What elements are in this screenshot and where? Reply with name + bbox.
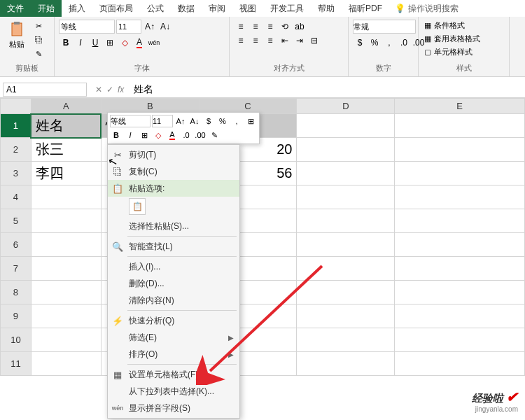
align-bottom-button[interactable]: ≡	[263, 20, 277, 34]
tab-view[interactable]: 视图	[232, 0, 263, 17]
tab-insert[interactable]: 插入	[62, 0, 92, 17]
cm-filter[interactable]: 筛选(E)▶	[108, 329, 239, 346]
cell-e9[interactable]	[395, 304, 525, 328]
row-header-10[interactable]: 10	[1, 328, 31, 352]
phonetic-button[interactable]: wén	[147, 36, 161, 50]
tab-formulas[interactable]: 公式	[140, 0, 171, 17]
increase-indent-button[interactable]: ⇥	[293, 34, 307, 48]
row-header-8[interactable]: 8	[1, 281, 31, 304]
cell-a5[interactable]	[31, 209, 101, 233]
paste-default-button[interactable]: 📋	[129, 198, 146, 215]
cell-d8[interactable]	[297, 281, 395, 304]
copy-button[interactable]: ⿻	[32, 34, 45, 46]
mini-fill-color[interactable]: ◇	[152, 129, 164, 141]
mini-format-painter[interactable]: ✎	[208, 129, 220, 141]
tab-page-layout[interactable]: 页面布局	[92, 0, 140, 17]
mini-decimal-inc[interactable]: .0	[180, 129, 192, 141]
cell-a8[interactable]	[31, 281, 101, 304]
tab-developer[interactable]: 开发工具	[263, 0, 311, 17]
mini-font-size[interactable]	[152, 115, 173, 127]
cm-smart-lookup[interactable]: 🔍智能查找(L)	[108, 238, 239, 255]
cell-d5[interactable]	[297, 209, 395, 233]
cm-sort[interactable]: 排序(O)▶	[108, 346, 239, 363]
row-header-7[interactable]: 7	[1, 257, 31, 281]
mini-border2[interactable]: ⊞	[138, 129, 150, 141]
row-header-9[interactable]: 9	[1, 304, 31, 328]
cell-a7[interactable]	[31, 257, 101, 281]
cell-e3[interactable]	[395, 162, 525, 186]
font-name-select[interactable]	[59, 20, 115, 34]
currency-button[interactable]: $	[353, 36, 367, 50]
paste-button[interactable]: 粘贴	[4, 20, 29, 51]
cell-a9[interactable]	[31, 304, 101, 328]
cell-d3[interactable]	[297, 162, 395, 186]
merge-button[interactable]: ⊟	[307, 34, 321, 48]
cell-e11[interactable]	[395, 352, 525, 376]
cell-d11[interactable]	[297, 352, 395, 376]
cell-a1[interactable]: 姓名	[31, 114, 101, 138]
cm-insert[interactable]: 插入(I)...	[108, 258, 239, 275]
align-center-button[interactable]: ≡	[248, 34, 262, 48]
mini-font-name[interactable]	[110, 115, 150, 127]
cm-format-cells[interactable]: ▦设置单元格格式(F)...	[108, 366, 239, 383]
align-middle-button[interactable]: ≡	[248, 20, 262, 34]
row-header-5[interactable]: 5	[1, 209, 31, 233]
formula-input[interactable]: 姓名	[130, 83, 525, 96]
cell-e2[interactable]	[395, 138, 525, 162]
cm-paste-options[interactable]: 📋粘贴选项:	[108, 180, 239, 197]
tab-home[interactable]: 开始	[31, 0, 62, 17]
mini-decrease-font[interactable]: A↓	[188, 115, 201, 127]
cell-a10[interactable]	[31, 328, 101, 352]
conditional-formatting-button[interactable]: ▦条件格式	[423, 20, 505, 31]
cm-copy[interactable]: ⿻复制(C)	[108, 163, 239, 180]
cell-d9[interactable]	[297, 304, 395, 328]
cell-e6[interactable]	[395, 233, 525, 257]
row-header-1[interactable]: 1	[1, 114, 31, 138]
cm-paste-special[interactable]: 选择性粘贴(S)...	[108, 218, 239, 234]
cm-pick-from-dropdown[interactable]: 从下拉列表中选择(K)...	[108, 383, 239, 400]
align-top-button[interactable]: ≡	[234, 20, 248, 34]
col-header-a[interactable]: A	[31, 99, 101, 114]
cell-d7[interactable]	[297, 257, 395, 281]
mini-font-color[interactable]: A	[166, 129, 178, 141]
format-painter-button[interactable]: ✎	[32, 48, 45, 60]
align-left-button[interactable]: ≡	[234, 34, 248, 48]
tab-foxit-pdf[interactable]: 福昕PDF	[342, 0, 389, 17]
cell-e4[interactable]	[395, 186, 525, 209]
mini-bold[interactable]: B	[110, 129, 122, 141]
tab-help[interactable]: 帮助	[311, 0, 342, 17]
mini-italic[interactable]: I	[124, 129, 136, 141]
wrap-text-button[interactable]: ab	[293, 20, 307, 34]
col-header-d[interactable]: D	[297, 99, 395, 114]
underline-button[interactable]: U	[88, 36, 102, 50]
cell-d1[interactable]	[297, 114, 395, 138]
enter-icon[interactable]: ✓	[106, 85, 113, 94]
tab-review[interactable]: 审阅	[202, 0, 232, 17]
italic-button[interactable]: I	[74, 36, 88, 50]
mini-border[interactable]: ⊞	[244, 115, 257, 127]
cancel-icon[interactable]: ✕	[95, 85, 102, 94]
cell-a3[interactable]: 李四	[31, 162, 101, 186]
cm-clear-contents[interactable]: 清除内容(N)	[108, 292, 239, 309]
mini-currency[interactable]: $	[202, 115, 215, 127]
tell-me-search[interactable]: 💡 操作说明搜索	[389, 0, 464, 17]
cell-e5[interactable]	[395, 209, 525, 233]
name-box[interactable]: A1	[3, 83, 87, 97]
cell-a11[interactable]	[31, 352, 101, 376]
decrease-indent-button[interactable]: ⇤	[278, 34, 292, 48]
col-header-e[interactable]: E	[395, 99, 525, 114]
format-as-table-button[interactable]: ▦套用表格格式	[423, 33, 505, 45]
mini-increase-font[interactable]: A↑	[174, 115, 187, 127]
cell-styles-button[interactable]: ▢单元格样式	[423, 46, 505, 58]
cell-e7[interactable]	[395, 257, 525, 281]
increase-font-button[interactable]: A↑	[143, 20, 157, 34]
cm-quick-analysis[interactable]: ⚡快速分析(Q)	[108, 312, 239, 329]
mini-decimal-dec[interactable]: .00	[194, 129, 206, 141]
fill-color-button[interactable]: ◇	[118, 36, 132, 50]
percent-button[interactable]: %	[368, 36, 382, 50]
row-header-4[interactable]: 4	[1, 186, 31, 209]
bold-button[interactable]: B	[59, 36, 73, 50]
font-size-select[interactable]	[116, 20, 141, 34]
increase-decimal-button[interactable]: .0	[397, 36, 411, 50]
cut-button[interactable]: ✂	[32, 20, 45, 32]
